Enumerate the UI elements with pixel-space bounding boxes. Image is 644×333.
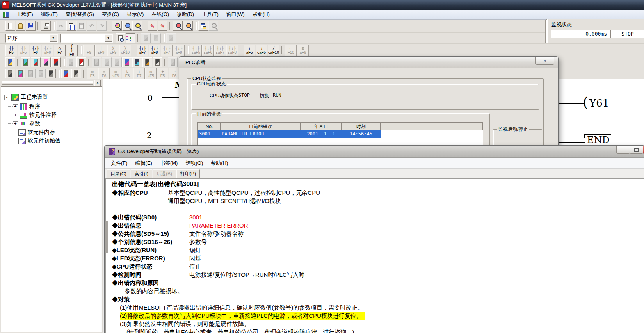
main-menu-item-1[interactable]: 编辑(E) bbox=[37, 9, 62, 20]
help-menu-item-1[interactable]: 编辑(E) bbox=[132, 158, 156, 168]
buffer-memory-monitor-button[interactable] bbox=[142, 57, 152, 67]
project-data-list-toggle-button[interactable] bbox=[126, 33, 135, 43]
coil-device-y61[interactable]: Y61 bbox=[589, 97, 609, 109]
help-minimize-button[interactable]: — bbox=[616, 146, 630, 154]
help-menu-item-0[interactable]: 文件(F) bbox=[107, 158, 132, 168]
help-menu-item-4[interactable]: 帮助(H) bbox=[207, 158, 232, 168]
ladder-write-mode-button[interactable]: ✎ bbox=[148, 21, 157, 31]
monitor-write-mode-button[interactable] bbox=[183, 21, 193, 31]
falling-pulse-not-branch-button[interactable]: ┤↓├saF8 bbox=[226, 45, 238, 56]
tree-close-button[interactable]: × bbox=[94, 80, 101, 86]
combo-dropdown-icon[interactable]: ▼ bbox=[50, 34, 57, 42]
invert-operation-result-button[interactable]: ─∕─caF10 bbox=[268, 45, 279, 56]
closed-contact-button[interactable]: ┤∕├F6 bbox=[30, 45, 41, 56]
device-batch-monitor-button[interactable] bbox=[122, 57, 132, 67]
main-menu-item-4[interactable]: 显示(V) bbox=[123, 9, 148, 20]
tree-item-device-init-value[interactable]: 软元件初始值 bbox=[18, 137, 60, 144]
coil-button[interactable]: ◯F7 bbox=[54, 45, 66, 56]
tree-item-project-root[interactable]: -工程未设置 bbox=[4, 94, 48, 101]
main-menu-item-2[interactable]: 查找/替换(S) bbox=[62, 9, 98, 20]
delete-vertical-line-button[interactable]: ╳cF10 bbox=[119, 45, 131, 56]
vertical-line-button[interactable]: │sF9 bbox=[95, 45, 107, 56]
statement-edit-button[interactable] bbox=[31, 57, 41, 67]
sfc-error-jump-button[interactable] bbox=[26, 69, 36, 78]
mdi-child-icon[interactable] bbox=[3, 12, 9, 18]
paste-button[interactable] bbox=[76, 21, 86, 31]
redo-button[interactable]: ↷ bbox=[97, 21, 107, 31]
closed-branch-button[interactable]: ┤∕├sF6 bbox=[42, 45, 53, 56]
expand-icon[interactable]: + bbox=[13, 121, 18, 126]
tree-item-device-comment[interactable]: +软元件注释 bbox=[13, 112, 57, 119]
undo-button[interactable]: ↶ bbox=[87, 21, 96, 31]
error-table[interactable]: No.目前的错误年月日时刻 3001PARAMETER ERROR2001- 1… bbox=[197, 122, 483, 146]
insert-line-button[interactable]: ⌐F10 bbox=[285, 45, 297, 56]
tree-item-program[interactable]: +程序 bbox=[13, 103, 40, 110]
invert-result-up-button[interactable]: ↑aF5 bbox=[244, 45, 255, 56]
find-device-monitor-button[interactable] bbox=[41, 57, 51, 67]
main-menu-item-8[interactable]: 窗口(W) bbox=[222, 9, 249, 20]
combo-dropdown-icon[interactable]: ▼ bbox=[105, 34, 112, 42]
copy-button[interactable] bbox=[66, 21, 76, 31]
main-menu-item-0[interactable]: 工程(F) bbox=[12, 9, 37, 20]
delete-line-button[interactable]: ⊠aF9 bbox=[297, 45, 309, 56]
transfer-setup-button[interactable] bbox=[151, 33, 161, 43]
sfc-step-number-button[interactable] bbox=[36, 69, 46, 78]
tree-item-device-memory[interactable]: 软元件内存 bbox=[18, 129, 55, 136]
end-instruction[interactable]: END bbox=[585, 134, 611, 146]
entry-data-monitor-button[interactable] bbox=[132, 57, 142, 67]
error-table-row[interactable]: 3001PARAMETER ERROR2001- 1- 114:56:45 bbox=[198, 130, 483, 138]
window-tile-button[interactable] bbox=[168, 57, 178, 67]
sfc-step-button[interactable]: ▭F5 bbox=[87, 68, 98, 79]
help-button-0[interactable]: 目录(C) bbox=[107, 169, 130, 178]
sfc-end-step-button[interactable]: ⊥F7 bbox=[133, 68, 145, 79]
monitor-stop-button[interactable] bbox=[153, 57, 162, 67]
error-col-header-3[interactable]: 时刻 bbox=[342, 123, 381, 130]
rising-pulse-not-button[interactable]: ┤↑├saF5 bbox=[190, 45, 202, 56]
data-name-combo[interactable]: ▼ bbox=[60, 34, 113, 43]
sfc-jump-button[interactable]: ↳F8 bbox=[122, 68, 133, 79]
expand-icon[interactable]: + bbox=[13, 113, 18, 118]
main-menu-item-5[interactable]: 在线(O) bbox=[148, 9, 173, 20]
sfc-program-transfer-button[interactable] bbox=[16, 69, 25, 78]
sfc-block-list-button[interactable] bbox=[46, 69, 56, 78]
ladder-read-mode-button[interactable]: ✎ bbox=[158, 21, 167, 31]
toolbar-grip[interactable] bbox=[2, 59, 4, 66]
main-menu-item-6[interactable]: 诊断(D) bbox=[173, 9, 198, 20]
ladder-edit-find-button[interactable] bbox=[51, 57, 61, 67]
communication-cancel-button[interactable] bbox=[76, 57, 86, 67]
find-contact-coil-button[interactable] bbox=[122, 21, 132, 31]
application-instruction-button[interactable]: { }F8 bbox=[66, 45, 78, 56]
help-title-bar[interactable]: GX Developer帮助(错误代码一览表) bbox=[105, 146, 644, 158]
error-col-header-2[interactable]: 年月日 bbox=[301, 123, 342, 130]
device-test-button[interactable] bbox=[112, 57, 122, 67]
horizontal-line-button[interactable]: ─F9 bbox=[83, 45, 95, 56]
toolbar-grip[interactable] bbox=[2, 22, 4, 30]
data-type-combo[interactable]: 程序 ▼ bbox=[5, 34, 58, 43]
monitor-mode-button[interactable] bbox=[173, 21, 183, 31]
falling-pulse-button[interactable]: ┤↓├sF8 bbox=[149, 45, 160, 56]
find-device-button[interactable] bbox=[112, 21, 122, 31]
main-menu-item-9[interactable]: 帮助(H) bbox=[249, 9, 274, 20]
toolbar-grip[interactable] bbox=[2, 34, 4, 42]
save-project-button[interactable] bbox=[26, 21, 36, 31]
sfc-block-start-step2-button[interactable]: ▥sF6 bbox=[110, 68, 121, 79]
parameter-check-button[interactable] bbox=[141, 33, 151, 43]
help-menu-item-2[interactable]: 书签(M) bbox=[156, 158, 182, 168]
expand-icon[interactable]: + bbox=[13, 104, 18, 109]
sfc-block-display-button[interactable] bbox=[5, 69, 15, 78]
falling-pulse-branch-button[interactable]: ┤↓├aF8 bbox=[173, 45, 185, 56]
comment-edit-button[interactable] bbox=[21, 57, 30, 67]
open-project-button[interactable] bbox=[16, 21, 25, 31]
sfc-transition-button[interactable]: +F5 bbox=[157, 68, 168, 79]
help-menu-item-3[interactable]: 选项(O) bbox=[181, 158, 207, 168]
sfc-block-start-step-button[interactable]: ▤F6 bbox=[98, 68, 110, 79]
toolbar-grip[interactable] bbox=[2, 46, 4, 54]
help-button-3[interactable]: 打印(P) bbox=[176, 169, 200, 178]
dock-grip[interactable] bbox=[2, 81, 93, 85]
invert-result-down-button[interactable]: ↓caF5 bbox=[256, 45, 267, 56]
new-project-button[interactable] bbox=[5, 21, 15, 31]
toolbar-grip[interactable] bbox=[2, 70, 4, 78]
main-menu-item-3[interactable]: 变换(C) bbox=[98, 9, 123, 20]
scrollbar-thumb[interactable] bbox=[105, 221, 108, 253]
window-switch-button[interactable] bbox=[198, 21, 208, 31]
